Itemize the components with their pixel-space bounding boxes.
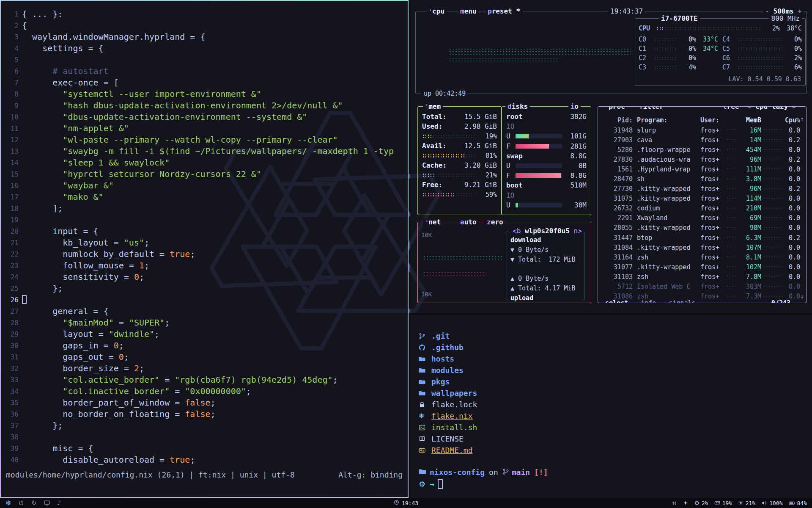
proc-hint[interactable]: ↵ info [633, 299, 656, 303]
file-item[interactable]: install.sh [419, 422, 812, 433]
code-line[interactable]: 19 [1, 214, 408, 226]
file-item[interactable]: modules [419, 364, 812, 376]
process-row[interactable]: 5712Isolated Web Cfros+303M0.0 [598, 282, 806, 292]
process-row[interactable]: 31077.kitty-wrappedfros+102M0.0 [598, 262, 806, 272]
code-line[interactable]: 34 "col.inactive_border" = "0x00000000"; [1, 386, 408, 397]
net-auto-button[interactable]: auto [458, 218, 479, 226]
proc-hint[interactable]: select [605, 299, 628, 303]
file-item[interactable]: flake.lock [419, 399, 812, 410]
code-line[interactable]: 4 settings = { [1, 43, 408, 54]
power-button[interactable] [18, 500, 24, 506]
code-line[interactable]: 22 numlock_by_default = true; [1, 248, 408, 260]
clock-module[interactable]: 19:43 [394, 500, 418, 506]
sort-prev-button[interactable]: < [747, 106, 752, 110]
process-row[interactable]: 31164zshfros+8.1M0.0 [598, 252, 806, 262]
code-line[interactable]: 5 [1, 54, 408, 66]
proc-hint[interactable]: ↵ signals [661, 299, 695, 303]
sort-next-button[interactable]: > [792, 106, 796, 110]
process-row[interactable]: 31103zshfros+7.8M0.0 [598, 272, 806, 282]
shell-input-line[interactable]: ⚙ → [419, 478, 812, 490]
process-row[interactable]: 1561.Hyprland-wrapfros+111M0.0 [598, 164, 806, 174]
tray-network-item[interactable] [672, 500, 677, 506]
code-line[interactable]: 18 ]; [1, 203, 408, 214]
file-item[interactable]: LICENSE [419, 433, 812, 444]
process-row[interactable]: 31948slurpfros+16M0.0 [598, 125, 806, 135]
brightness-module[interactable]: ☀21% [738, 500, 755, 506]
battery-module[interactable]: 84% [789, 500, 807, 506]
header-user[interactable]: User: [700, 116, 724, 124]
net-next-device-button[interactable]: n> [574, 227, 582, 235]
code-line[interactable]: 38 [1, 431, 408, 443]
code-line[interactable]: 23 follow_mouse = 1; [1, 260, 408, 271]
cpu-module[interactable]: ⚙2% [694, 500, 708, 506]
code-line[interactable]: 27 general = { [1, 306, 408, 317]
volume-module[interactable]: 100% [761, 500, 782, 506]
code-line[interactable]: 28 "$mainMod" = "SUPER"; [1, 317, 408, 329]
filter-button[interactable]: filter [637, 106, 666, 110]
code-line[interactable]: 9 "hash dbus-update-activation-environme… [1, 100, 408, 111]
io-mode-button[interactable]: io [568, 102, 581, 110]
process-row[interactable]: 27730.kitty-wrappedfros+96M0.2 [598, 184, 806, 194]
preset-button[interactable]: preset * [486, 7, 522, 15]
code-line[interactable]: 7 exec-once = [ [1, 77, 408, 88]
file-item[interactable]: wallpapers [419, 387, 812, 399]
process-row[interactable]: 31084.kitty-wrappedfros+107M0.0 [598, 243, 806, 252]
code-line[interactable]: 12 "wl-paste --primary --watch wl-copy -… [1, 134, 408, 146]
file-item[interactable]: pkgs [419, 376, 812, 387]
code-line[interactable]: 2{ [1, 20, 408, 31]
code-line[interactable]: 25 }; [1, 283, 408, 294]
process-row[interactable]: 28470shfros+3.8M0.0 [598, 174, 806, 184]
code-line[interactable]: 30 gaps_in = 0; [1, 340, 408, 351]
code-line[interactable]: 26 [1, 294, 408, 306]
code-line[interactable]: 14 "sleep 1 && swaylock" [1, 157, 408, 168]
code-line[interactable]: 39 misc = { [1, 443, 408, 454]
sort-selector[interactable]: < cpu lazy > [745, 106, 798, 110]
header-program[interactable]: Program: [637, 116, 700, 124]
code-line[interactable]: 1{ ... }: [1, 8, 408, 20]
code-line[interactable]: 36 no_border_on_floating = false; [1, 409, 408, 420]
file-item[interactable]: ❄flake.nix [419, 410, 812, 422]
interval-decrease-button[interactable]: - [765, 7, 769, 15]
tray-app-item[interactable] [683, 500, 688, 505]
music-button[interactable]: ♪ [57, 500, 61, 506]
code-line[interactable]: 24 sensitivity = 0; [1, 271, 408, 283]
code-line[interactable]: 32 border_size = 2; [1, 363, 408, 374]
menu-button[interactable]: menu [458, 7, 479, 15]
code-line[interactable]: 31 gaps_out = 0; [1, 351, 408, 363]
code-line[interactable]: 17 "mako &" [1, 191, 408, 203]
code-line[interactable]: 16 "waybar &" [1, 180, 408, 191]
file-item[interactable]: hosts [419, 353, 812, 364]
code-line[interactable]: 29 layout = "dwindle"; [1, 329, 408, 340]
nix-launcher[interactable]: ❄ [5, 500, 11, 507]
net-device-selector[interactable]: <b wlp0s20f0u5 n> [510, 227, 584, 235]
file-item[interactable]: README.md [419, 444, 812, 456]
code-line[interactable]: 33 "col.active_border" = "rgb(cba6f7) rg… [1, 374, 408, 386]
process-row[interactable]: 27903cavafros+14M0.2 [598, 135, 806, 145]
code-line[interactable]: 10 "dbus-update-activation-environment -… [1, 111, 408, 123]
header-cpu[interactable]: Cpu% [784, 116, 800, 124]
process-row[interactable]: 5280.floorp-wrappefros+454M0.0 [598, 145, 806, 155]
code-line[interactable]: 37 }; [1, 420, 408, 431]
code-line[interactable]: 3 wayland.windowManager.hyprland = { [1, 31, 408, 43]
process-row[interactable]: 27830.audacious-wrafros+96M0.2 [598, 155, 806, 164]
tree-button[interactable]: tree [721, 106, 741, 110]
process-table-header[interactable]: Pid: Program: User: MemB Cpu% [598, 115, 806, 125]
mem-box-title[interactable]: ²mem [423, 102, 443, 110]
code-line[interactable]: 21 kb_layout = "us"; [1, 237, 408, 248]
code-line[interactable]: 8 "systemctl --user import-environment &… [1, 88, 408, 100]
code-line[interactable]: 13 "swaybg -m fill -i $(find ~/Pictures/… [1, 146, 408, 157]
code-line[interactable]: 35 border_part_of_window = false; [1, 397, 408, 409]
process-row[interactable]: 31447btopfros+6.3M0.2 [598, 233, 806, 243]
code-line[interactable]: 20 input = { [1, 226, 408, 237]
monitor-button[interactable] [44, 500, 50, 506]
net-zero-button[interactable]: zero [485, 218, 505, 226]
header-memb[interactable]: MemB [739, 116, 761, 124]
code-line[interactable]: 11 "nm-applet &" [1, 123, 408, 134]
disks-box-title[interactable]: disks [505, 102, 530, 110]
process-row[interactable]: 26732codiumfros+210M0.0 [598, 204, 806, 213]
file-item[interactable]: .git [419, 330, 812, 342]
proc-key-hints[interactable]: select↵ info↵ signals [603, 299, 703, 303]
process-row[interactable]: 31075.kitty-wrappedfros+114M0.0 [598, 194, 806, 204]
process-row[interactable]: 28055.kitty-wrappedfros+98M0.0 [598, 223, 806, 233]
refresh-button[interactable]: ↻ [31, 500, 37, 506]
